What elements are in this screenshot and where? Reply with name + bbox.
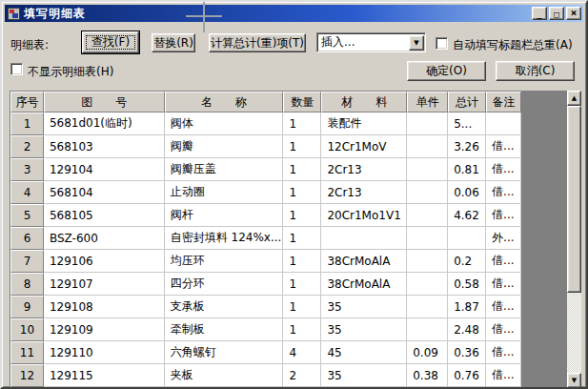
table-cell[interactable]: 借... (486, 318, 521, 341)
row-number-cell[interactable]: 1 (10, 113, 44, 135)
table-cell[interactable]: 35 (321, 318, 407, 341)
table-cell[interactable]: 38CrMoAlA (321, 273, 407, 296)
table-cell[interactable] (407, 250, 448, 273)
table-cell[interactable]: 0.36 (448, 341, 486, 364)
table-cell[interactable]: 牵制板 (165, 318, 284, 341)
scroll-down-button[interactable]: ▼ (567, 373, 581, 388)
table-cell[interactable]: 四分环 (165, 273, 284, 296)
titlebar[interactable]: 填写明细表 _ □ × (5, 5, 583, 22)
table-cell[interactable]: 20Cr1Mo1V1 (321, 204, 407, 227)
maximize-button[interactable]: □ (549, 7, 564, 20)
table-cell[interactable]: 2.48 (448, 318, 486, 341)
row-number-cell[interactable]: 12 (10, 364, 44, 387)
table-cell[interactable]: 借... (486, 296, 521, 318)
table-cell[interactable]: 1 (283, 296, 321, 318)
table-cell[interactable] (407, 181, 448, 204)
table-cell[interactable] (486, 113, 521, 135)
vertical-scrollbar[interactable]: ▲ ▼ (567, 91, 581, 388)
table-cell[interactable]: 2Cr13 (321, 158, 407, 181)
table-cell[interactable]: 35 (321, 364, 407, 387)
table-cell[interactable]: 借... (486, 341, 521, 364)
table-cell[interactable]: 1 (283, 158, 321, 181)
table-cell[interactable]: 1 (283, 113, 321, 135)
table-cell[interactable]: 1.87 (448, 296, 486, 318)
table-cell[interactable]: 38CrMoAlA (321, 250, 407, 273)
row-number-cell[interactable]: 6 (10, 227, 44, 250)
row-number-cell[interactable]: 8 (10, 273, 44, 296)
table-cell[interactable] (407, 135, 448, 158)
table-cell[interactable]: 568103 (44, 135, 165, 158)
table-cell[interactable] (407, 113, 448, 135)
table-cell[interactable]: 0.06 (448, 181, 486, 204)
table-cell[interactable]: 0.76 (448, 364, 486, 387)
close-button[interactable]: × (566, 7, 581, 20)
table-cell[interactable]: 129104 (44, 158, 165, 181)
table-cell[interactable]: 0.58 (448, 273, 486, 296)
table-cell[interactable]: 568104 (44, 181, 165, 204)
scrollbar-thumb[interactable] (567, 106, 581, 293)
insert-dropdown[interactable]: 插入... ▼ (316, 32, 426, 52)
table-cell[interactable]: 2 (283, 364, 321, 387)
table-cell[interactable]: 129106 (44, 250, 165, 273)
row-number-cell[interactable]: 2 (10, 135, 44, 158)
row-number-cell[interactable]: 4 (10, 181, 44, 204)
table-cell[interactable]: 均压环 (165, 250, 284, 273)
table-cell[interactable]: 4 (283, 341, 321, 364)
row-number-cell[interactable]: 9 (10, 296, 44, 318)
table-cell[interactable]: 借... (486, 204, 521, 227)
table-cell[interactable]: BSZ-600 (44, 227, 165, 250)
replace-button[interactable]: 替换(R) (152, 33, 195, 52)
table-cell[interactable]: 阀瓣 (165, 135, 284, 158)
table-cell[interactable]: 1 (283, 250, 321, 273)
table-cell[interactable]: 129115 (44, 364, 165, 387)
scroll-up-button[interactable]: ▲ (567, 91, 581, 106)
table-cell[interactable]: 止动圈 (165, 181, 284, 204)
table-cell[interactable]: 1 (283, 204, 321, 227)
table-cell[interactable] (407, 296, 448, 318)
table-cell[interactable]: 夹板 (165, 364, 284, 387)
table-cell[interactable]: 自密封填料 124%x... (165, 227, 284, 250)
table-cell[interactable] (407, 273, 448, 296)
row-number-cell[interactable]: 10 (10, 318, 44, 341)
table-cell[interactable]: 1 (283, 273, 321, 296)
table-cell[interactable]: 外... (486, 227, 521, 250)
table-cell[interactable] (407, 227, 448, 250)
table-cell[interactable]: 568105 (44, 204, 165, 227)
table-cell[interactable]: 阀瓣压盖 (165, 158, 284, 181)
hide-bom-checkbox[interactable] (10, 63, 23, 75)
table-cell[interactable]: 0.09 (407, 341, 448, 364)
cancel-button[interactable]: 取消(C) (496, 61, 575, 81)
table-cell[interactable]: 129109 (44, 318, 165, 341)
table-cell[interactable]: 阀杆 (165, 204, 284, 227)
chevron-down-icon[interactable]: ▼ (409, 35, 424, 51)
table-cell[interactable]: 1 (283, 135, 321, 158)
table-cell[interactable]: 1 (283, 318, 321, 341)
table-cell[interactable]: 35 (321, 296, 407, 318)
table-cell[interactable]: 0.2 (448, 250, 486, 273)
table-cell[interactable]: 借... (486, 135, 521, 158)
table-cell[interactable]: 1 (283, 181, 321, 204)
table-cell[interactable]: 阀体 (165, 113, 284, 135)
table-cell[interactable]: 1 (283, 227, 321, 250)
table-cell[interactable]: 5... (448, 113, 486, 135)
table-cell[interactable] (448, 227, 486, 250)
minimize-button[interactable]: _ (532, 7, 547, 20)
auto-fill-checkbox[interactable] (436, 37, 448, 50)
table-cell[interactable]: 借... (486, 158, 521, 181)
row-number-cell[interactable]: 11 (10, 341, 44, 364)
table-cell[interactable]: 4.62 (448, 204, 486, 227)
table-cell[interactable]: 45 (321, 341, 407, 364)
calc-total-button[interactable]: 计算总计(重)项(T) (209, 33, 306, 52)
table-cell[interactable]: 3.26 (448, 135, 486, 158)
table-cell[interactable]: 2Cr13 (321, 181, 407, 204)
table-cell[interactable]: 12Cr1MoV (321, 135, 407, 158)
find-button[interactable]: 查找(F) (82, 31, 139, 53)
table-cell[interactable]: 129108 (44, 296, 165, 318)
table-cell[interactable] (407, 158, 448, 181)
table-cell[interactable]: 129107 (44, 273, 165, 296)
table-cell[interactable]: 借... (486, 364, 521, 387)
table-cell[interactable]: 借... (486, 273, 521, 296)
table-cell[interactable]: 129110 (44, 341, 165, 364)
row-number-cell[interactable]: 5 (10, 204, 44, 227)
table-cell[interactable]: 装配件 (321, 113, 407, 135)
